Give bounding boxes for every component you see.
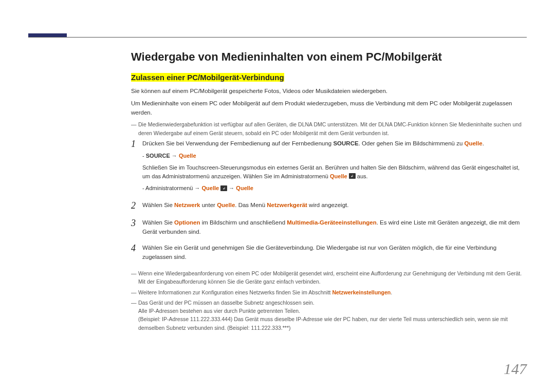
footnote-3: Das Gerät und der PC müssen an dasselbe … (138, 298, 527, 332)
header-divider (28, 37, 527, 38)
step-number: 4 (131, 244, 142, 254)
page-number: 147 (504, 360, 527, 378)
step-body: Drücken Sie bei Verwendung der Fernbedie… (142, 139, 527, 194)
step1-sub2: - Administratormenü → Quelle ↲ → Quelle (142, 184, 527, 193)
step-number: 3 (131, 218, 142, 229)
step-2: 2 Wählen Sie Netzwerk unter Quelle. Das … (131, 201, 527, 211)
step-body: Wählen Sie Optionen im Bildschirm und an… (142, 218, 527, 237)
steps-list: 1 Drücken Sie bei Verwendung der Fernbed… (131, 139, 527, 262)
intro-text-2: Um Medieninhalte von einem PC oder Mobil… (131, 99, 527, 118)
step-3: 3 Wählen Sie Optionen im Bildschirm und … (131, 218, 527, 237)
source-icon: ↲ (220, 185, 227, 191)
step-1: 1 Drücken Sie bei Verwendung der Fernbed… (131, 139, 527, 194)
step1-line2: Schließen Sie im Touchscreen-Steuerungsm… (142, 163, 527, 181)
page-content: Wiedergabe von Medieninhalten von einem … (131, 50, 527, 332)
step-number: 2 (131, 201, 142, 211)
page-title: Wiedergabe von Medieninhalten von einem … (131, 50, 527, 64)
header-accent-bar (28, 33, 67, 37)
footnotes: Wenn eine Wiedergabeanforderung von eine… (131, 269, 527, 332)
footnote-2: Weitere Informationen zur Konfiguration … (138, 288, 527, 296)
step-4: 4 Wählen Sie ein Gerät und genehmigen Si… (131, 244, 527, 262)
step-body: Wählen Sie ein Gerät und genehmigen Sie … (142, 244, 527, 262)
footnote-1: Wenn eine Wiedergabeanforderung von eine… (138, 269, 527, 286)
source-icon: ↲ (349, 173, 356, 179)
step-body: Wählen Sie Netzwerk unter Quelle. Das Me… (142, 201, 527, 210)
dlna-note: Die Medienwiedergabefunktion ist verfügb… (138, 120, 527, 137)
section-subtitle: Zulassen einer PC/Mobilgerät-Verbindung (131, 73, 527, 82)
step-number: 1 (131, 139, 142, 150)
intro-text-1: Sie können auf einem PC/Mobilgerät gespe… (131, 87, 527, 96)
step1-sub1: - SOURCE → Quelle (142, 152, 527, 160)
